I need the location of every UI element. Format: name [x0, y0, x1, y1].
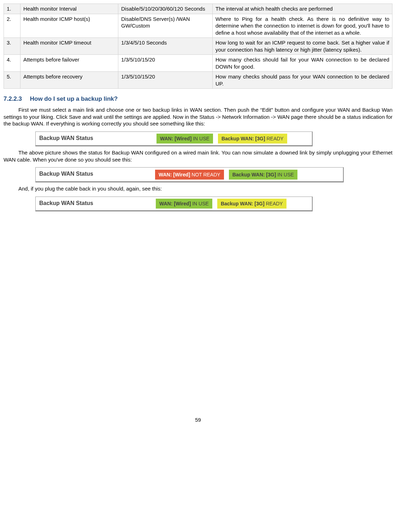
row-name: Health monitor ICMP host(s) [20, 14, 118, 38]
table-row: 2. Health monitor ICMP host(s) Disable/D… [4, 14, 392, 38]
row-name: Attempts before recovery [20, 72, 118, 89]
pill-state: IN USE [193, 136, 209, 141]
row-options: Disable/DNS Server(s) /WAN GW/Custom [118, 14, 213, 38]
heading-text: How do I set up a backup link? [30, 95, 118, 102]
row-options: 1/3/5/10/15/20 [118, 72, 213, 89]
row-options: 1/3/4/5/10 Seconds [118, 38, 213, 55]
row-desc: How many checks should fail for your WAN… [213, 55, 392, 72]
screenshot-2: Backup WAN Status WAN: [Wired] NOT READY… [35, 167, 392, 182]
pill-state: READY [266, 136, 283, 141]
row-number: 4. [4, 55, 20, 72]
page-number: 59 [4, 416, 392, 423]
pill-state: READY [266, 201, 283, 206]
row-options: Disable/5/10/20/30/60/120 Seconds [118, 4, 213, 14]
pill-state: NOT READY [191, 172, 220, 177]
pill-label: Backup WAN: [3G] [221, 136, 265, 141]
backup-wan-status-pill: Backup WAN: [3G] IN USE [229, 170, 297, 180]
pill-label: Backup WAN: [3G] [232, 172, 276, 177]
heading-number: 7.2.2.3 [4, 95, 22, 102]
row-name: Health monitor ICMP timeout [20, 38, 118, 55]
paragraph: The above picture shows the status for B… [4, 149, 392, 163]
row-number: 1. [4, 4, 20, 14]
backup-wan-status-pill: Backup WAN: [3G] READY [218, 134, 287, 144]
pill-state: IN USE [277, 172, 294, 177]
table-row: 1. Health monitor Interval Disable/5/10/… [4, 4, 392, 14]
pill-label: Backup WAN: [3G] [221, 201, 265, 206]
pill-label: WAN: [Wired] [159, 201, 191, 206]
settings-table: 1. Health monitor Interval Disable/5/10/… [4, 4, 392, 89]
pill-label: WAN: [Wired] [160, 136, 191, 141]
screenshot-1: Backup WAN Status WAN: [Wired] IN USE Ba… [35, 131, 392, 147]
screenshot-title: Backup WAN Status [36, 132, 120, 146]
wan-status-pill: WAN: [Wired] NOT READY [155, 170, 224, 180]
table-row: 3. Health monitor ICMP timeout 1/3/4/5/1… [4, 38, 392, 55]
screenshot-title: Backup WAN Status [36, 168, 120, 181]
row-name: Attempts before failover [20, 55, 118, 72]
screenshot-3: Backup WAN Status WAN: [Wired] IN USE Ba… [35, 197, 392, 212]
row-number: 5. [4, 72, 20, 89]
wan-status-pill: WAN: [Wired] IN USE [156, 134, 213, 144]
row-desc: How many checks should pass for your WAN… [213, 72, 392, 89]
pill-label: WAN: [Wired] [159, 172, 190, 177]
row-desc: The interval at which health checks are … [213, 4, 392, 14]
row-number: 3. [4, 38, 20, 55]
pill-state: IN USE [192, 201, 209, 206]
row-name: Health monitor Interval [20, 4, 118, 14]
paragraph: And, if you plug the cable back in you s… [4, 185, 392, 192]
table-row: 5. Attempts before recovery 1/3/5/10/15/… [4, 72, 392, 89]
table-row: 4. Attempts before failover 1/3/5/10/15/… [4, 55, 392, 72]
paragraph: First we must select a main link and cho… [4, 106, 392, 127]
row-options: 1/3/5/10/15/20 [118, 55, 213, 72]
backup-wan-status-pill: Backup WAN: [3G] READY [217, 199, 286, 209]
row-desc: How long to wait for an ICMP request to … [213, 38, 392, 55]
section-heading: 7.2.2.3 How do I set up a backup link? [4, 95, 392, 103]
row-number: 2. [4, 14, 20, 38]
screenshot-title: Backup WAN Status [36, 197, 120, 211]
row-desc: Where to Ping for a health check. As the… [213, 14, 392, 38]
wan-status-pill: WAN: [Wired] IN USE [156, 199, 212, 209]
